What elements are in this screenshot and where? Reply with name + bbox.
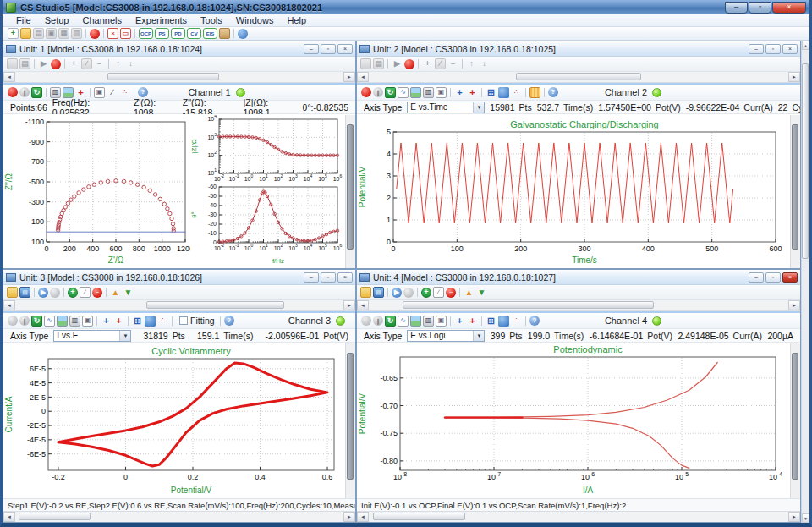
point-style-icon[interactable]: ∴: [157, 316, 168, 327]
refresh-plot-icon[interactable]: ↻: [385, 87, 396, 98]
move-up-icon[interactable]: ↑: [112, 58, 123, 69]
scroll-right-arrow-icon[interactable]: ►: [788, 512, 800, 522]
start-experiment-icon[interactable]: ▶: [392, 58, 403, 69]
edit-step-icon[interactable]: ∕: [435, 58, 446, 69]
open-data-icon[interactable]: [7, 287, 18, 298]
open-file-icon[interactable]: [20, 28, 31, 39]
unit4-horizontal-scrollbar[interactable]: ◄ ►: [357, 300, 800, 311]
open-data-icon[interactable]: [7, 58, 18, 69]
chart-type-icon[interactable]: ∿: [44, 316, 55, 327]
help-icon[interactable]: ?: [529, 316, 540, 326]
data-grid-icon[interactable]: ⊞: [486, 316, 497, 327]
unit1-titlebar[interactable]: Unit: 1 [Model : CS3008 in 192.168.0.18:…: [3, 41, 355, 57]
pause-plot-icon[interactable]: ∥: [373, 87, 383, 97]
stop-experiment-icon[interactable]: [51, 59, 61, 69]
scroll-right-arrow-icon[interactable]: ►: [343, 512, 355, 522]
menu-windows[interactable]: Windows: [229, 15, 281, 25]
pan-icon[interactable]: +: [454, 87, 465, 98]
unit2-minimize-button[interactable]: –: [749, 44, 764, 54]
open-data-icon[interactable]: [360, 58, 371, 69]
chart-type-icon[interactable]: ∿: [398, 87, 409, 98]
unit4-titlebar[interactable]: Unit: 4 [Model : CS3008 in 192.168.0.18:…: [357, 270, 800, 285]
data-grid-icon[interactable]: ⊞: [132, 316, 143, 327]
unit4-minimize-button[interactable]: –: [749, 272, 764, 283]
stop-plot-icon[interactable]: [8, 87, 18, 97]
add-step-icon[interactable]: +: [422, 58, 433, 69]
scroll-thumb[interactable]: [19, 513, 91, 520]
close-button[interactable]: ×: [772, 2, 806, 14]
unit3-restore-button[interactable]: ▫: [321, 272, 336, 283]
unit3-titlebar[interactable]: Unit: 3 [Model : CS3008 in 192.168.0.18:…: [3, 270, 355, 285]
add-step-icon[interactable]: +: [421, 288, 431, 298]
remove-step-icon[interactable]: −: [446, 288, 456, 298]
copy-plot-icon[interactable]: ▣: [436, 316, 447, 327]
move-down-icon[interactable]: ▼: [476, 287, 487, 298]
stop-experiment-icon[interactable]: [403, 288, 414, 298]
scroll-left-arrow-icon[interactable]: ◄: [357, 512, 369, 522]
scroll-left-arrow-icon[interactable]: ◄: [3, 512, 15, 522]
axis-type-select[interactable]: E vs.Logi▼: [407, 330, 485, 342]
scroll-left-arrow-icon[interactable]: ◄: [357, 300, 369, 310]
monitor-icon[interactable]: ▭: [120, 28, 131, 39]
save-data-icon[interactable]: ▤: [373, 58, 384, 69]
move-up-icon[interactable]: ▲: [110, 287, 121, 298]
ps-experiment-icon[interactable]: PS: [155, 28, 169, 39]
unit1-minimize-button[interactable]: –: [304, 44, 319, 54]
bode-impedance-plot[interactable]: 10-210-110010110210310410510610110210310…: [190, 115, 344, 184]
ocp-experiment-icon[interactable]: OCP: [139, 28, 153, 39]
pause-plot-icon[interactable]: ∥: [373, 316, 383, 326]
edit-step-icon[interactable]: ∕: [80, 287, 91, 298]
stop-experiment-icon[interactable]: [50, 288, 60, 298]
scroll-thumb[interactable]: [107, 73, 219, 80]
annotation-icon[interactable]: [498, 87, 509, 98]
pd-experiment-icon[interactable]: PD: [171, 28, 185, 39]
save-data-icon[interactable]: ▤: [19, 287, 30, 298]
scroll-thumb[interactable]: [373, 513, 465, 520]
save-image-icon[interactable]: [410, 87, 421, 98]
unit4-bottom-scrollbar[interactable]: ◄ ►: [357, 511, 800, 522]
unit4-vertical-scrollbar[interactable]: [790, 343, 800, 498]
open-data-icon[interactable]: [360, 287, 371, 298]
menu-channels[interactable]: Channels: [75, 15, 128, 25]
window-titlebar[interactable]: CS Studio5 [Model:CS3008 in 192.168.0.18…: [3, 0, 809, 14]
add-step-icon[interactable]: +: [69, 58, 80, 69]
pause-plot-icon[interactable]: ∥: [19, 316, 30, 326]
unit2-restore-button[interactable]: ▫: [765, 44, 781, 54]
cv-experiment-icon[interactable]: CV: [187, 28, 201, 39]
scroll-up-arrow-icon[interactable]: ▲: [802, 41, 809, 50]
print-plot-icon[interactable]: ▥: [69, 316, 80, 327]
menu-experiments[interactable]: Experiments: [129, 15, 194, 25]
add-step-icon[interactable]: +: [68, 288, 78, 298]
annotation-icon[interactable]: [498, 316, 509, 327]
paste-icon[interactable]: ▦: [58, 28, 69, 39]
copy-plot-icon[interactable]: ▣: [82, 316, 93, 327]
start-experiment-icon[interactable]: ▶: [392, 288, 402, 298]
new-file-icon[interactable]: +: [8, 28, 19, 39]
move-down-icon[interactable]: ▼: [123, 287, 134, 298]
start-experiment-icon[interactable]: ▶: [38, 58, 49, 69]
unit2-horizontal-scrollbar[interactable]: ◄ ►: [357, 72, 800, 83]
refresh-plot-icon[interactable]: ↻: [31, 87, 42, 98]
gcd-chart[interactable]: 0100200300400500600012345Galvanostatic C…: [358, 115, 787, 268]
move-up-icon[interactable]: ↑: [466, 58, 477, 69]
mdi-vertical-scrollbar[interactable]: ▲ ▼: [801, 41, 809, 523]
scroll-left-arrow-icon[interactable]: ◄: [3, 72, 15, 82]
scroll-thumb[interactable]: [792, 353, 798, 480]
scroll-thumb[interactable]: [347, 353, 354, 480]
unit2-vertical-scrollbar[interactable]: [790, 115, 800, 268]
remove-step-icon[interactable]: −: [447, 58, 458, 69]
scroll-thumb[interactable]: [516, 73, 642, 80]
unit4-restore-button[interactable]: ▫: [765, 272, 781, 283]
annotation-icon[interactable]: [145, 316, 156, 327]
cut-icon[interactable]: ×: [107, 28, 118, 39]
stop-plot-icon[interactable]: [8, 316, 18, 326]
move-down-icon[interactable]: ↓: [125, 58, 136, 69]
point-style-icon[interactable]: ∴: [511, 87, 522, 98]
axis-type-select[interactable]: E vs.Time▼: [407, 102, 485, 113]
axis-type-select[interactable]: I vs.E▼: [53, 330, 131, 342]
nyquist-plot[interactable]: 020040060080010001200100-100-300-500-700…: [4, 115, 190, 268]
ruler-icon[interactable]: [529, 87, 540, 98]
save-data-icon[interactable]: ▤: [19, 58, 30, 69]
unit1-close-button[interactable]: ×: [337, 44, 353, 54]
scroll-thumb[interactable]: [347, 124, 354, 250]
